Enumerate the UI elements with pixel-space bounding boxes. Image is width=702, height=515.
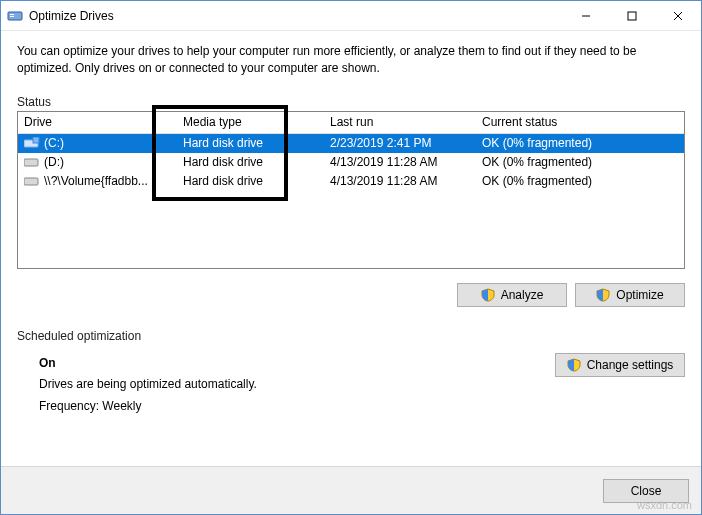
table-row[interactable]: \\?\Volume{ffadbb... Hard disk drive 4/1… [18, 172, 684, 191]
close-label: Close [631, 484, 662, 498]
analyze-label: Analyze [501, 288, 544, 302]
scheduled-section: On Drives are being optimized automatica… [17, 353, 685, 418]
last-run: 2/23/2019 2:41 PM [324, 136, 476, 150]
media-type: Hard disk drive [177, 136, 324, 150]
table-row[interactable]: (C:) Hard disk drive 2/23/2019 2:41 PM O… [18, 134, 684, 153]
current-status: OK (0% fragmented) [476, 174, 684, 188]
description-text: You can optimize your drives to help you… [17, 43, 685, 77]
drive-icon [24, 156, 40, 168]
titlebar: Optimize Drives [1, 1, 701, 31]
change-settings-button[interactable]: Change settings [555, 353, 685, 377]
optimize-drives-window: Optimize Drives You can optimize your dr… [0, 0, 702, 515]
table-row[interactable]: (D:) Hard disk drive 4/13/2019 11:28 AM … [18, 153, 684, 172]
svg-rect-8 [33, 137, 39, 143]
media-type: Hard disk drive [177, 174, 324, 188]
scheduled-line1: Drives are being optimized automatically… [39, 374, 555, 396]
bottom-bar: Close [1, 466, 701, 514]
current-status: OK (0% fragmented) [476, 155, 684, 169]
minimize-button[interactable] [563, 1, 609, 30]
change-settings-label: Change settings [587, 358, 674, 372]
app-icon [7, 8, 23, 24]
current-status: OK (0% fragmented) [476, 136, 684, 150]
shield-icon [567, 358, 581, 372]
col-drive[interactable]: Drive [18, 115, 177, 129]
col-last-run[interactable]: Last run [324, 115, 476, 129]
maximize-button[interactable] [609, 1, 655, 30]
scheduled-line2: Frequency: Weekly [39, 396, 555, 418]
drive-name: (D:) [44, 155, 64, 169]
table-header: Drive Media type Last run Current status [18, 112, 684, 134]
drives-table: Drive Media type Last run Current status… [17, 111, 685, 269]
close-button[interactable] [655, 1, 701, 30]
last-run: 4/13/2019 11:28 AM [324, 174, 476, 188]
scheduled-state: On [39, 353, 555, 375]
analyze-button[interactable]: Analyze [457, 283, 567, 307]
status-label: Status [17, 95, 685, 109]
media-type: Hard disk drive [177, 155, 324, 169]
drive-name: (C:) [44, 136, 64, 150]
optimize-button[interactable]: Optimize [575, 283, 685, 307]
content-area: You can optimize your drives to help you… [1, 31, 701, 466]
drive-name: \\?\Volume{ffadbb... [44, 174, 148, 188]
optimize-label: Optimize [616, 288, 663, 302]
status-buttons: Analyze Optimize [17, 283, 685, 307]
window-title: Optimize Drives [29, 9, 563, 23]
scheduled-label: Scheduled optimization [17, 329, 685, 343]
drive-icon [24, 175, 40, 187]
svg-rect-10 [24, 178, 38, 185]
svg-rect-9 [24, 159, 38, 166]
col-current-status[interactable]: Current status [476, 115, 684, 129]
svg-rect-4 [628, 12, 636, 20]
close-dialog-button[interactable]: Close [603, 479, 689, 503]
svg-rect-1 [10, 14, 14, 15]
shield-icon [596, 288, 610, 302]
svg-rect-2 [10, 16, 14, 17]
last-run: 4/13/2019 11:28 AM [324, 155, 476, 169]
os-drive-icon [24, 137, 40, 149]
col-media-type[interactable]: Media type [177, 115, 324, 129]
shield-icon [481, 288, 495, 302]
